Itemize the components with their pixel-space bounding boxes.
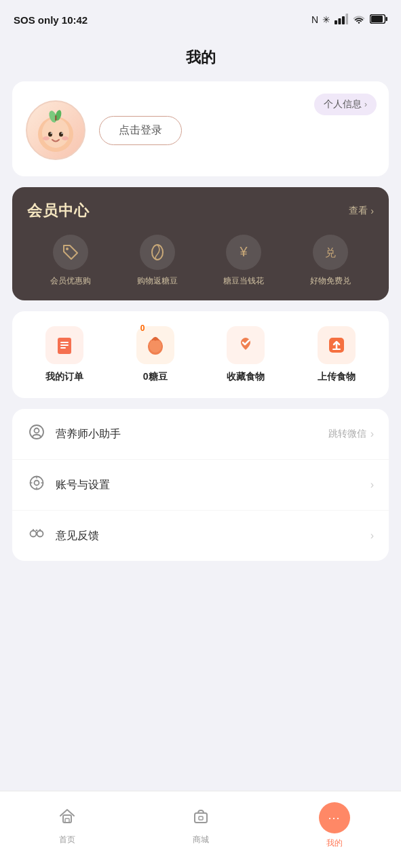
svg-rect-23 bbox=[60, 342, 69, 343]
nav-mine[interactable]: ··· 我的 bbox=[311, 802, 358, 849]
svg-rect-5 bbox=[371, 16, 383, 22]
member-icon-item[interactable]: 兑 好物免费兑 bbox=[310, 235, 351, 287]
yuan-icon: ¥ bbox=[226, 235, 261, 270]
member-icon-label: 会员优惠购 bbox=[50, 275, 91, 287]
menu-item-feedback[interactable]: 意见反馈 › bbox=[12, 511, 389, 561]
svg-rect-24 bbox=[60, 344, 69, 346]
svg-point-17 bbox=[62, 136, 69, 140]
upload-label: 上传食物 bbox=[318, 371, 356, 383]
tag-icon bbox=[53, 235, 88, 270]
collect-action[interactable]: 收藏食物 bbox=[227, 326, 265, 383]
nutritionist-label: 营养师小助手 bbox=[56, 427, 319, 441]
member-icon-item[interactable]: 会员优惠购 bbox=[50, 235, 91, 287]
candy-action[interactable]: 0 0糖豆 bbox=[136, 326, 174, 383]
svg-rect-0 bbox=[335, 20, 337, 24]
candy-label: 0糖豆 bbox=[143, 371, 168, 383]
svg-point-19 bbox=[152, 245, 163, 260]
login-button[interactable]: 点击登录 bbox=[99, 116, 182, 145]
svg-rect-3 bbox=[346, 14, 349, 24]
chevron-right-icon: › bbox=[370, 428, 374, 440]
member-icon-label: 好物免费兑 bbox=[310, 275, 351, 287]
shop-icon bbox=[191, 806, 210, 830]
menu-list: 营养师小助手 跳转微信 › 账号与设置 › bbox=[12, 409, 389, 561]
svg-rect-11 bbox=[55, 115, 57, 121]
svg-point-16 bbox=[43, 136, 50, 140]
member-view-button[interactable]: 查看 › bbox=[349, 205, 374, 217]
candy-count: 0 bbox=[140, 323, 145, 333]
member-icon-item[interactable]: 购物返糖豆 bbox=[137, 235, 178, 287]
chevron-right-icon: › bbox=[370, 530, 374, 542]
home-label: 首页 bbox=[59, 834, 75, 846]
svg-rect-25 bbox=[60, 347, 66, 349]
nfc-icon: N bbox=[311, 14, 318, 25]
status-time: SOS only 10:42 bbox=[14, 14, 88, 26]
shop-label: 商城 bbox=[193, 834, 209, 846]
menu-right: › bbox=[370, 479, 374, 491]
feedback-label: 意见反馈 bbox=[56, 529, 361, 543]
upload-action[interactable]: 上传食物 bbox=[318, 326, 356, 383]
status-icons: N ✳ bbox=[311, 14, 387, 26]
member-icons: 会员优惠购 购物返糖豆 ¥ 糖豆当钱花 bbox=[27, 235, 374, 287]
order-action[interactable]: 我的订单 bbox=[45, 326, 83, 383]
member-icon-label: 糖豆当钱花 bbox=[223, 275, 264, 287]
svg-point-12 bbox=[48, 132, 52, 137]
order-icon bbox=[45, 326, 83, 364]
member-header: 会员中心 查看 › bbox=[27, 201, 374, 221]
redeem-icon: 兑 bbox=[313, 235, 348, 270]
signal-icon bbox=[335, 14, 348, 26]
collect-icon bbox=[227, 326, 265, 364]
personal-info-button[interactable]: 个人信息 › bbox=[314, 94, 377, 115]
svg-point-13 bbox=[59, 132, 63, 137]
svg-point-30 bbox=[30, 425, 43, 439]
page-title: 我的 bbox=[0, 47, 401, 68]
menu-right: 跳转微信 › bbox=[328, 428, 374, 440]
wechat-jump-text: 跳转微信 bbox=[328, 428, 366, 440]
mine-label: 我的 bbox=[326, 837, 343, 849]
svg-point-8 bbox=[42, 118, 69, 148]
mine-active-icon: ··· bbox=[319, 802, 350, 833]
svg-point-33 bbox=[35, 481, 39, 486]
svg-text:兑: 兑 bbox=[325, 247, 336, 258]
svg-rect-2 bbox=[342, 16, 345, 24]
svg-rect-6 bbox=[386, 17, 388, 21]
chevron-right-icon: › bbox=[364, 100, 367, 109]
bottom-nav: 首页 商城 ··· 我的 bbox=[0, 791, 401, 868]
svg-point-28 bbox=[153, 338, 157, 341]
svg-point-15 bbox=[62, 133, 63, 134]
home-icon bbox=[58, 806, 77, 830]
menu-right: › bbox=[370, 530, 374, 542]
svg-point-35 bbox=[37, 531, 43, 537]
bluetooth-icon: ✳ bbox=[322, 14, 330, 25]
nutritionist-icon bbox=[27, 424, 46, 444]
page-title-bar: 我的 bbox=[0, 37, 401, 81]
svg-text:¥: ¥ bbox=[240, 244, 248, 259]
wifi-icon bbox=[352, 14, 366, 26]
order-label: 我的订单 bbox=[45, 371, 83, 383]
settings-label: 账号与设置 bbox=[56, 478, 361, 492]
nav-home[interactable]: 首页 bbox=[43, 806, 91, 846]
menu-item-settings[interactable]: 账号与设置 › bbox=[12, 460, 389, 511]
svg-rect-42 bbox=[199, 816, 203, 820]
collect-label: 收藏食物 bbox=[227, 371, 265, 383]
avatar bbox=[26, 100, 85, 160]
menu-item-nutritionist[interactable]: 营养师小助手 跳转微信 › bbox=[12, 409, 389, 460]
profile-section: 个人信息 › bbox=[12, 81, 389, 176]
nav-shop[interactable]: 商城 bbox=[177, 806, 225, 846]
chevron-right-icon: › bbox=[370, 205, 374, 216]
svg-rect-41 bbox=[195, 813, 207, 823]
upload-icon bbox=[318, 326, 356, 364]
main-content: 个人信息 › bbox=[0, 81, 401, 676]
battery-icon bbox=[370, 14, 387, 26]
chevron-right-icon: › bbox=[370, 479, 374, 491]
member-center: 会员中心 查看 › 会员优惠购 bbox=[12, 187, 389, 300]
feedback-icon bbox=[27, 526, 46, 546]
quick-actions: 我的订单 0 0糖豆 收藏食物 bbox=[12, 311, 389, 398]
status-bar: SOS only 10:42 N ✳ bbox=[0, 0, 401, 37]
candy-icon: 0 bbox=[136, 326, 174, 364]
settings-icon bbox=[27, 475, 46, 495]
member-icon-label: 购物返糖豆 bbox=[137, 275, 178, 287]
svg-point-14 bbox=[51, 133, 52, 134]
svg-point-27 bbox=[149, 339, 161, 353]
member-title: 会员中心 bbox=[27, 201, 90, 221]
member-icon-item[interactable]: ¥ 糖豆当钱花 bbox=[223, 235, 264, 287]
